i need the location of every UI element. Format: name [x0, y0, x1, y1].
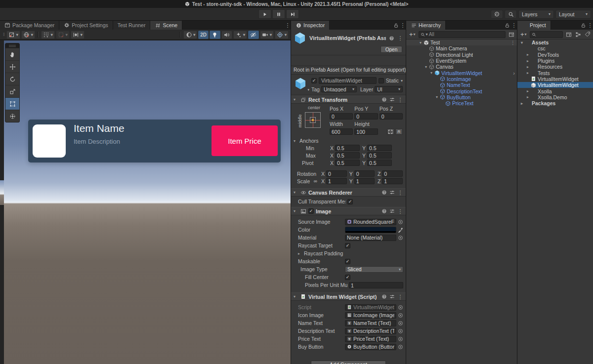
- project-item-devtools[interactable]: ▸DevTools: [517, 52, 593, 58]
- foldout-arrow[interactable]: ▾: [434, 95, 439, 99]
- pos-z-field[interactable]: 0: [380, 113, 403, 120]
- palette-drag-handle[interactable]: [5, 43, 19, 48]
- pane-split-icon[interactable]: [565, 31, 572, 38]
- object-picker-icon[interactable]: [397, 312, 403, 318]
- component-menu-icon[interactable]: ⋮: [397, 188, 403, 197]
- component-menu-icon[interactable]: ⋮: [397, 34, 403, 42]
- tab-inspector[interactable]: Inspector: [291, 21, 330, 30]
- tab-hierarchy[interactable]: Hierarchy: [406, 21, 446, 30]
- presets-icon[interactable]: [389, 294, 395, 299]
- hierarchy-item-main-camera[interactable]: Main Camera: [406, 45, 517, 51]
- rotation-y-field[interactable]: 0: [354, 170, 375, 177]
- tab-package-manager[interactable]: Package Manager: [0, 21, 59, 30]
- scene-visibility-toggle[interactable]: [248, 31, 259, 39]
- transform-tool-button[interactable]: [5, 110, 19, 122]
- layout-dropdown[interactable]: Layout▾: [555, 10, 591, 19]
- project-item-packages[interactable]: ▸Packages: [517, 100, 593, 106]
- hierarchy-item-virtualitemwidget[interactable]: ▾VirtualItemWidget›: [406, 70, 517, 76]
- component-menu-icon[interactable]: ⋮: [397, 207, 403, 216]
- pane-menu-icon[interactable]: ⋮: [511, 21, 517, 30]
- camera-settings-button[interactable]: ▾: [260, 31, 274, 39]
- foldout-arrow[interactable]: ▸: [525, 65, 530, 69]
- eyedropper-icon[interactable]: [397, 227, 403, 233]
- rotation-x-field[interactable]: 0: [326, 170, 347, 177]
- image-type-dropdown[interactable]: Sliced▾: [345, 266, 403, 273]
- gameobject-name-field[interactable]: VirtualItemWidget: [319, 77, 377, 84]
- tab-test-runner[interactable]: Test Runner: [113, 21, 151, 30]
- hierarchy-item-eventsystem[interactable]: EventSystem: [406, 58, 517, 64]
- scale-link-icon[interactable]: ∞: [314, 178, 319, 184]
- cull-transparent-mesh-checkbox[interactable]: ✓: [347, 199, 353, 204]
- anchor-min-y-field[interactable]: 0.5: [367, 145, 392, 151]
- raycast-target-checkbox[interactable]: ✓: [345, 243, 350, 248]
- presets-icon[interactable]: [389, 190, 395, 195]
- pane-split-icon[interactable]: [508, 31, 515, 38]
- object-field-virtualitemwidget[interactable]: #VirtualItemWidget: [345, 304, 396, 311]
- hierarchy-search-input[interactable]: ▾ All: [419, 31, 506, 38]
- foldout-arrow[interactable]: ▸: [298, 251, 302, 256]
- rotation-z-field[interactable]: 0: [382, 170, 403, 177]
- maskable-checkbox[interactable]: ✓: [345, 259, 350, 264]
- blueprint-mode-button[interactable]: [387, 128, 394, 135]
- hand-tool-button[interactable]: [5, 48, 19, 60]
- material-object-field[interactable]: None (Material): [345, 235, 396, 241]
- lock-icon[interactable]: [392, 21, 400, 30]
- pane-menu-icon[interactable]: ⋮: [285, 21, 291, 30]
- project-item-assets[interactable]: ▾Assets: [517, 40, 593, 45]
- object-picker-icon[interactable]: [397, 336, 403, 342]
- virtual-item-widget-preview[interactable]: Item Name Item Description Item Price: [28, 120, 281, 162]
- scale-x-field[interactable]: 1: [326, 178, 347, 184]
- pane-menu-icon[interactable]: ⋮: [400, 21, 406, 30]
- tab-project[interactable]: Project: [517, 21, 551, 30]
- project-item-resources[interactable]: ▸Resources: [517, 64, 593, 70]
- foldout-arrow[interactable]: ▾: [418, 40, 423, 45]
- hierarchy-item-directional-light[interactable]: Directional Light: [406, 52, 517, 58]
- 2d-toggle-button[interactable]: 2D: [198, 31, 209, 39]
- height-field[interactable]: 100: [354, 128, 378, 135]
- search-by-label-icon[interactable]: [584, 31, 591, 38]
- source-image-object-field[interactable]: RoundedSquareFull@1: [345, 219, 396, 225]
- component-menu-icon[interactable]: ⋮: [397, 292, 403, 301]
- prefab-open-chevron[interactable]: ›: [513, 70, 517, 76]
- anchor-max-y-field[interactable]: 0.5: [367, 152, 392, 159]
- scale-z-field[interactable]: 1: [382, 178, 403, 184]
- script-component-header[interactable]: ▾ # Virtual Item Widget (Script) ⋮: [291, 292, 406, 301]
- layers-dropdown[interactable]: Layers▾: [518, 10, 554, 19]
- project-item-virtualitemwidget[interactable]: VirtualItemWidget: [517, 82, 593, 88]
- foldout-arrow[interactable]: ▾: [519, 40, 524, 45]
- pixels-per-unit-field[interactable]: 1: [349, 282, 403, 288]
- help-icon[interactable]: [381, 208, 387, 214]
- object-picker-icon[interactable]: [397, 344, 403, 350]
- open-prefab-button[interactable]: Open: [381, 46, 402, 53]
- add-component-button[interactable]: Add Component: [311, 361, 386, 364]
- snap-settings-button[interactable]: ▾: [71, 31, 85, 39]
- hierarchy-item-iconimage[interactable]: IconImage: [406, 76, 517, 82]
- search-by-type-icon[interactable]: [574, 31, 582, 38]
- pause-button[interactable]: [272, 9, 285, 19]
- pos-x-field[interactable]: 0: [330, 113, 353, 120]
- foldout-arrow[interactable]: ▸: [525, 71, 530, 75]
- static-dropdown-arrow[interactable]: ▾: [401, 79, 403, 83]
- search-button[interactable]: [505, 10, 517, 19]
- tab-project-settings[interactable]: Project Settings: [59, 21, 113, 30]
- move-tool-button[interactable]: [5, 60, 19, 73]
- hierarchy-item-nametext[interactable]: NameText: [406, 82, 517, 88]
- scene-viewport[interactable]: Item Name Item Description Item Price: [4, 40, 291, 364]
- buy-button-preview[interactable]: Item Price: [212, 125, 278, 156]
- tool-handle-rotation-button[interactable]: ▾: [21, 31, 35, 39]
- hierarchy-item-pricetext[interactable]: PriceText: [406, 100, 517, 106]
- component-menu-icon[interactable]: ⋮: [397, 95, 403, 104]
- shading-mode-button[interactable]: ▾: [183, 31, 197, 39]
- increment-snap-button[interactable]: ▾: [56, 31, 70, 39]
- project-search-input[interactable]: [530, 31, 563, 38]
- foldout-arrow[interactable]: ▾: [294, 139, 298, 143]
- hierarchy-item-descriptiontext[interactable]: DescriptionText: [406, 88, 517, 94]
- hierarchy-item-buybutton[interactable]: ▾BuyButton: [406, 94, 517, 100]
- scene-audio-toggle[interactable]: [221, 31, 232, 39]
- project-item-csc[interactable]: csc: [517, 45, 593, 51]
- layer-dropdown[interactable]: UI▾: [375, 86, 403, 92]
- object-picker-icon[interactable]: [397, 235, 403, 241]
- pos-y-field[interactable]: 0: [354, 113, 378, 120]
- static-checkbox[interactable]: ✓: [379, 78, 384, 83]
- foldout-arrow[interactable]: ▾: [294, 97, 298, 102]
